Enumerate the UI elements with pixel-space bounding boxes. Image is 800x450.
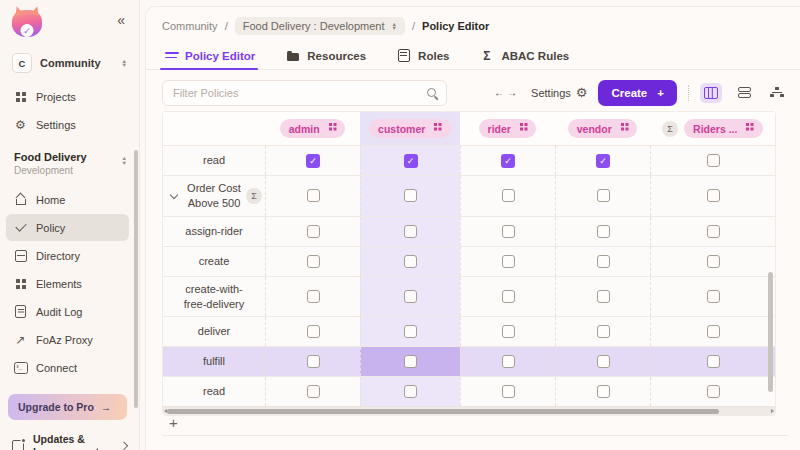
permission-checkbox[interactable]: ✓ <box>404 154 418 168</box>
policy-settings-button[interactable]: Settings ⚙ <box>531 86 587 99</box>
permission-checkbox[interactable] <box>597 385 610 398</box>
permission-cell <box>555 176 650 216</box>
permission-checkbox[interactable] <box>404 189 417 202</box>
action-label: fulfill <box>203 354 225 369</box>
sidebar-item-projects[interactable]: Projects <box>6 83 129 110</box>
view-toggle-graph[interactable] <box>766 83 788 103</box>
view-toggle-list[interactable] <box>733 83 755 103</box>
vertical-scrollbar-thumb[interactable] <box>768 272 773 392</box>
add-action-button[interactable]: + <box>169 415 178 430</box>
permission-checkbox[interactable]: ✓ <box>501 154 515 168</box>
tab-resources[interactable]: Resources <box>285 42 366 69</box>
action-label: create <box>199 254 230 269</box>
permission-checkbox[interactable] <box>707 385 720 398</box>
sidebar-item-settings[interactable]: ⚙Settings <box>6 111 129 138</box>
permission-checkbox[interactable] <box>707 189 720 202</box>
action-cell: fulfill <box>163 347 265 376</box>
action-cell: deliver <box>163 317 265 346</box>
sidebar-item-policy[interactable]: Policy <box>6 214 129 241</box>
role-pill-admin[interactable]: admin <box>280 119 345 138</box>
permission-checkbox[interactable] <box>502 255 515 268</box>
filter-box <box>162 80 447 106</box>
permission-checkbox[interactable] <box>404 355 417 368</box>
tab-roles[interactable]: Roles <box>396 42 449 69</box>
role-pill-vendor[interactable]: vendor <box>568 119 638 138</box>
permission-checkbox[interactable] <box>502 225 515 238</box>
sidebar-item-foaz-proxy[interactable]: ↗FoAz Proxy <box>6 326 129 353</box>
permission-checkbox[interactable] <box>307 255 320 268</box>
permission-checkbox[interactable] <box>404 325 417 338</box>
permission-checkbox[interactable] <box>307 290 320 303</box>
permission-checkbox[interactable] <box>597 225 610 238</box>
permission-cell <box>555 347 650 376</box>
permission-checkbox[interactable] <box>307 189 320 202</box>
permission-checkbox[interactable]: ✓ <box>596 154 610 168</box>
permission-cell <box>555 247 650 276</box>
create-button[interactable]: Create + <box>598 80 677 106</box>
permission-cell <box>460 277 555 317</box>
sidebar-item-audit-log[interactable]: Audit Log <box>6 298 129 325</box>
permission-checkbox[interactable] <box>502 355 515 368</box>
action-row-create: create <box>163 247 775 277</box>
permission-checkbox[interactable] <box>404 290 417 303</box>
sidebar-item-connect[interactable]: Connect <box>6 354 129 381</box>
permit-logo: ✓ <box>12 10 42 37</box>
sidebar-item-elements[interactable]: Elements <box>6 270 129 297</box>
breadcrumb: Community / Food Delivery : Development … <box>162 17 489 35</box>
permission-checkbox[interactable] <box>707 225 720 238</box>
permission-checkbox[interactable] <box>502 325 515 338</box>
role-pill-riders[interactable]: Riders ... <box>684 119 763 138</box>
permission-checkbox[interactable] <box>307 355 320 368</box>
collapse-sidebar-icon[interactable]: « <box>117 13 125 27</box>
condition-sigma-badge[interactable]: Σ <box>246 188 262 204</box>
sidebar-scrollbar[interactable] <box>134 150 138 408</box>
permission-checkbox[interactable] <box>502 385 515 398</box>
upgrade-label: Upgrade to Pro <box>18 401 94 413</box>
permission-checkbox[interactable] <box>597 189 610 202</box>
org-selector[interactable]: C Community <box>12 53 127 73</box>
permission-checkbox[interactable] <box>307 225 320 238</box>
permission-checkbox[interactable] <box>307 385 320 398</box>
breadcrumb-root[interactable]: Community <box>162 20 218 32</box>
permission-checkbox[interactable] <box>307 325 320 338</box>
upgrade-to-pro-button[interactable]: Upgrade to Pro → <box>8 394 127 420</box>
expand-chevron-icon[interactable] <box>170 191 178 199</box>
permission-checkbox[interactable] <box>502 189 515 202</box>
sidebar-item-directory[interactable]: Directory <box>6 242 129 269</box>
permission-checkbox[interactable] <box>707 290 720 303</box>
permission-cell <box>360 317 460 346</box>
expand-columns-icon[interactable]: ←→ <box>494 87 520 98</box>
permission-checkbox[interactable] <box>597 290 610 303</box>
permission-checkbox[interactable] <box>404 225 417 238</box>
view-toggle-table[interactable] <box>700 83 722 103</box>
permission-checkbox[interactable] <box>404 385 417 398</box>
environment-selector[interactable]: Food Delivery Development <box>14 151 127 176</box>
sidebar-item-home[interactable]: Home <box>6 186 129 213</box>
permission-checkbox[interactable] <box>597 255 610 268</box>
tab-abac-rules[interactable]: ΣABAC Rules <box>479 42 569 69</box>
permission-cell <box>555 377 650 406</box>
permission-checkbox[interactable] <box>707 255 720 268</box>
role-pill-rider[interactable]: rider <box>479 119 537 138</box>
action-cell: read <box>163 146 265 175</box>
breadcrumb-env-selector[interactable]: Food Delivery : Development <box>235 17 405 35</box>
filter-policies-input[interactable] <box>162 80 447 106</box>
permission-cell <box>460 217 555 246</box>
role-pill-customer[interactable]: customer <box>369 119 451 138</box>
updates-improvements-button[interactable]: Updates & Improvements <box>10 433 127 450</box>
permission-checkbox[interactable] <box>707 325 720 338</box>
condition-sigma-badge[interactable]: Σ <box>662 121 678 137</box>
permission-checkbox[interactable] <box>404 255 417 268</box>
permission-checkbox[interactable] <box>707 355 720 368</box>
permission-checkbox[interactable] <box>502 290 515 303</box>
permission-cell <box>360 217 460 246</box>
permission-cell <box>460 347 555 376</box>
audit-icon <box>15 305 26 318</box>
action-row-create-with-free-delivery: create-with-free-delivery <box>163 277 775 318</box>
permission-cell <box>265 317 360 346</box>
permission-checkbox[interactable] <box>597 325 610 338</box>
tab-policy-editor[interactable]: Policy Editor <box>163 42 255 69</box>
permission-checkbox[interactable]: ✓ <box>306 154 320 168</box>
permission-checkbox[interactable] <box>707 154 720 167</box>
permission-checkbox[interactable] <box>597 355 610 368</box>
